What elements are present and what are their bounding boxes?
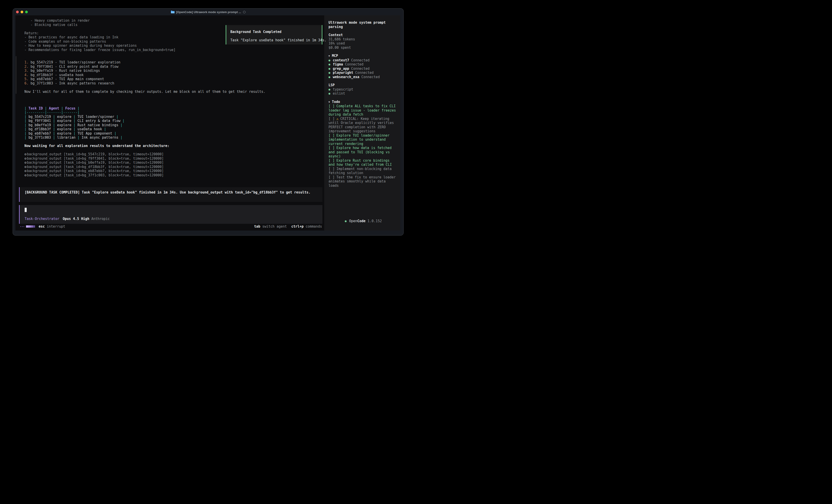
status-dot	[329, 93, 330, 94]
context-stat: 16% used	[329, 41, 397, 46]
minimize-button[interactable]	[21, 10, 23, 13]
thinking-item: 4. bg_df18bb3f - useData hook	[24, 73, 322, 77]
text-line: - Recommendations for fixing loader free…	[24, 48, 322, 52]
tool-call-line: ⚙background_output [task_id=bg_5547c219,…	[24, 152, 322, 157]
table-row: | bg_5547c219 | explore | TUI loader/spi…	[24, 115, 322, 119]
text-cursor	[25, 208, 27, 212]
input-meta-row: Task-Orchestrator Opus 4.5 High Anthropi…	[25, 217, 317, 221]
thinking-item: 5. bg_eb87ebb7 - TUI App main component	[24, 77, 322, 81]
checkbox-icon: [ ]	[329, 117, 335, 121]
window-body: - Heavy computation in render - Blocking…	[13, 16, 404, 235]
todo-item: [ ]Implement non-blocking data fetching …	[329, 167, 397, 175]
tool-call-line: ⚙background_output [task_id=bg_eb87ebb7,…	[24, 169, 322, 173]
info-sidebar: Ultrawork mode system prompt parsing Con…	[324, 16, 400, 230]
status-dot	[329, 72, 330, 74]
session-title: Ultrawork mode system prompt parsing	[329, 21, 397, 29]
thinking-item: 6. bg_37f1c003 - Ink async patterns rese…	[24, 81, 322, 86]
lsp-heading: LSP	[329, 83, 397, 87]
mcp-server-list: context7ConnectedfigmaConnectedgrep_appC…	[329, 58, 397, 79]
ctrl-p-key: ctrl+p	[291, 224, 304, 228]
todo-section: ▼Todo [ ]Complete ALL tasks to fix CLI l…	[329, 100, 397, 188]
input-provider-name: Anthropic	[92, 217, 110, 221]
mcp-server-row: figmaConnected	[329, 62, 397, 66]
lsp-server-row: eslint	[329, 91, 397, 96]
waiting-line: Now waiting for all exploration results …	[24, 144, 322, 148]
tool-call-line: ⚙background_output [task_id=bg_f9ff3041,…	[24, 157, 322, 161]
todo-item: [ ]Explore TUI loader/spinner implementa…	[329, 134, 397, 146]
todo-item: [ ]Explore Rust core bindings and how th…	[329, 159, 397, 167]
todo-item: [ ]Complete ALL tasks to fix CLI loader …	[329, 104, 397, 117]
lsp-server-list: typescripteslint	[329, 87, 397, 96]
commands-hint: ctrl+pcommands	[291, 224, 322, 228]
status-dot	[345, 220, 346, 222]
chevron-down-icon[interactable]: ▼	[329, 100, 330, 104]
thinking-item: 2. bg_f9ff3041 - CLI entry point and dat…	[24, 64, 322, 69]
mcp-server-row: websearch_exaConnected	[329, 75, 397, 79]
tab-key: tab	[254, 224, 260, 228]
mcp-server-row: context7Connected	[329, 58, 397, 62]
checkbox-icon: [ ]	[329, 146, 335, 150]
context-stats: 31,686 tokens16% used$0.00 spent	[329, 37, 397, 50]
context-stat: $0.00 spent	[329, 46, 397, 50]
todo-heading: ▼Todo	[329, 100, 397, 104]
gear-icon: ⚙	[24, 169, 26, 173]
input-model-name[interactable]: Opus 4.5 High	[63, 217, 89, 221]
status-dot	[329, 68, 330, 70]
prompt-input[interactable]: Task-Orchestrator Opus 4.5 High Anthropi…	[19, 205, 322, 224]
agent-status-line: Task-Orchestrator·claude-opus-4-5-high	[24, 181, 322, 186]
table-separator-row: |---------|-------|-------|	[24, 110, 322, 115]
folder-icon	[171, 10, 175, 13]
gear-icon: ⚙	[24, 173, 26, 177]
lsp-server-row: typescript	[329, 87, 397, 92]
terminal-main: - Heavy computation in render - Blocking…	[16, 16, 324, 230]
gear-icon: ⚙	[24, 157, 26, 161]
checkbox-icon: [ ]	[329, 104, 335, 108]
mcp-server-row: playwrightConnected	[329, 71, 397, 75]
todo-item: [ ]Explore how data is fetched and passe…	[329, 146, 397, 159]
context-heading: Context	[329, 33, 397, 37]
status-bar: escinterrupt tabswitch agent ctrl+pcomma…	[16, 224, 324, 230]
gear-icon: ⚙	[24, 165, 26, 169]
commands-label: commands	[306, 224, 322, 228]
checkbox-icon: [ ]	[329, 167, 335, 171]
table-row: | bg_b0effa19 | explore | Rust native bi…	[24, 123, 322, 128]
gear-icon: ⚙	[24, 161, 26, 165]
table-row: | bg_eb87ebb7 | explore | TUI App compon…	[24, 132, 322, 136]
tool-call-line: ⚙background_output [task_id=bg_df18bb3f,…	[24, 165, 322, 169]
notification-toast[interactable]: Background Task Completed Task "Explore …	[226, 25, 322, 45]
window-title: [OpenCode] Ultrawork mode system prompt …	[171, 10, 246, 14]
modified-indicator-icon	[243, 11, 245, 13]
close-button[interactable]	[16, 10, 19, 13]
esc-label: interrupt	[47, 224, 65, 228]
notification-body: Task "Explore useData hook" finished in …	[230, 38, 322, 43]
esc-key: esc	[38, 224, 45, 228]
status-dot	[329, 89, 330, 90]
queued-message-panel: [BACKGROUND TASK COMPLETED] Task "Explor…	[19, 187, 322, 202]
input-agent-name[interactable]: Task-Orchestrator	[25, 217, 59, 221]
table-row: | bg_df18bb3f | explore | useData hook |	[24, 127, 322, 132]
context-section: Context 31,686 tokens16% used$0.00 spent	[329, 33, 397, 50]
warning-icon: ⚠	[336, 117, 338, 121]
todo-list: [ ]Complete ALL tasks to fix CLI loader …	[329, 104, 397, 188]
queued-message-text: [BACKGROUND TASK COMPLETED] Task "Explor…	[25, 190, 320, 195]
mcp-heading: ▼MCP	[329, 54, 397, 58]
thinking-block: Thinking: Excellent! I've launched 6 bac…	[16, 56, 322, 94]
checkbox-icon: [ ]	[329, 159, 335, 163]
tab-hint: tabswitch agent	[254, 224, 287, 228]
table-header-row: | Task ID | Agent | Focus |	[24, 106, 322, 111]
status-dot	[329, 76, 330, 78]
status-dot	[329, 64, 330, 65]
app-version-row: OpenCode1.0.152	[329, 215, 397, 228]
window-title-text: [OpenCode] Ultrawork mode system prompt …	[176, 10, 241, 14]
window-titlebar[interactable]: [OpenCode] Ultrawork mode system prompt …	[13, 8, 404, 16]
lsp-section: LSP typescripteslint	[329, 83, 397, 96]
status-dot	[329, 60, 330, 61]
mcp-section: ▼MCP context7ConnectedfigmaConnectedgrep…	[329, 54, 397, 79]
chevron-down-icon[interactable]: ▼	[329, 54, 330, 58]
tool-call-list: ⚙background_output [task_id=bg_5547c219,…	[24, 152, 322, 177]
brand-open: Open	[349, 219, 357, 223]
zoom-button[interactable]	[25, 10, 28, 13]
app-window: [OpenCode] Ultrawork mode system prompt …	[12, 8, 404, 235]
notification-title: Background Task Completed	[230, 30, 322, 34]
todo-item: [ ]Test the fix to ensure loader animate…	[329, 175, 397, 188]
